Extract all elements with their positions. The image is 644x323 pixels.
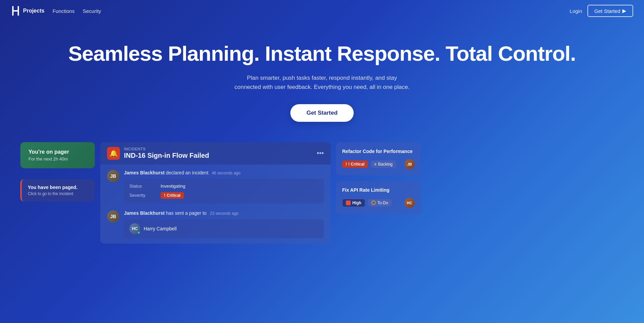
pager-status-card[interactable]: You're on pager For the next 2h 40m — [20, 142, 95, 168]
right-card-1-badges: ! ! Critical ≡ Backlog JB — [342, 159, 415, 169]
severity-badge: ! Critical — [161, 192, 318, 199]
right-card-1-avatar: JB — [404, 159, 415, 169]
login-button[interactable]: Login — [570, 8, 582, 14]
recipient-card: HC Harry Campbell — [124, 219, 324, 238]
logo[interactable]: Projects — [11, 6, 44, 16]
nav-right: Login Get Started ▶ — [570, 5, 633, 17]
timeline-content-1: James Blackhurst declared an incident 46… — [124, 170, 324, 204]
high-badge: High — [342, 199, 365, 207]
nav-get-started-button[interactable]: Get Started ▶ — [587, 5, 633, 17]
nav-link-functions[interactable]: Functions — [53, 8, 75, 14]
backlog-icon: ≡ — [374, 162, 376, 167]
james-avatar-2: JB — [107, 210, 119, 223]
incident-alert-icon: 🔔 — [107, 147, 120, 160]
pager-card-title: You're on pager — [28, 149, 87, 155]
online-indicator — [137, 231, 140, 234]
nav-links: Functions Security — [53, 8, 569, 14]
left-column: You're on pager For the next 2h 40m You … — [20, 142, 95, 202]
timeline-item-2: JB James Blackhurst has sent a pager to … — [107, 210, 324, 238]
incident-card-body: JB James Blackhurst declared an incident… — [100, 165, 331, 244]
right-card-2-title: Fix API Rate Limiting — [342, 187, 415, 193]
right-card-1-title: Refactor Code for Performance — [342, 148, 415, 154]
notification-card-subtitle: Click to go to the incident — [28, 191, 89, 196]
notification-card-title: You have been paged. — [28, 185, 89, 190]
right-card-2-badges: High To-Do HC — [342, 198, 415, 208]
svg-rect-1 — [18, 6, 19, 16]
timeline-text-2: James Blackhurst has sent a pager to 23 … — [124, 210, 324, 216]
logo-icon — [11, 6, 20, 16]
hero-subtitle: Plan smarter, push tasks faster, respond… — [234, 73, 410, 92]
actor-name-2: James Blackhurst — [124, 210, 165, 216]
recipient-avatar: HC — [129, 223, 140, 234]
incident-title: IND-16 Sign-in Flow Failed — [124, 152, 209, 159]
more-options-button[interactable]: ••• — [317, 149, 324, 157]
right-card-1[interactable]: Refactor Code for Performance ! ! Critic… — [336, 142, 421, 175]
james-avatar-1: JB — [107, 170, 119, 182]
todo-circle-icon — [371, 201, 376, 205]
svg-rect-0 — [12, 6, 14, 16]
timeline-content-2: James Blackhurst has sent a pager to 23 … — [124, 210, 324, 238]
navigation: Projects Functions Security Login Get St… — [0, 0, 644, 22]
severity-label: Severity — [129, 193, 157, 198]
exclamation-icon-sm: ! — [346, 162, 347, 167]
action-text-1: declared an incident — [166, 170, 210, 175]
right-card-2[interactable]: Fix API Rate Limiting High To-Do HC — [336, 181, 421, 214]
incident-label: Incidents — [124, 147, 209, 151]
backlog-badge: ≡ Backlog — [371, 160, 396, 168]
brand-label: Projects — [23, 8, 44, 14]
hero-section: Seamless Planning. Instant Response. Tot… — [0, 22, 644, 139]
critical-badge: ! Critical — [161, 192, 184, 199]
incident-card: 🔔 Incidents IND-16 Sign-in Flow Failed •… — [100, 142, 331, 244]
timeline-time-2: 23 seconds ago — [210, 211, 239, 216]
timeline-time-1: 46 seconds ago — [212, 171, 241, 175]
bar-chart-icon — [346, 201, 351, 205]
timeline-text-1: James Blackhurst declared an incident 46… — [124, 170, 324, 175]
right-column: Refactor Code for Performance ! ! Critic… — [336, 142, 421, 214]
actor-name-1: James Blackhurst — [124, 170, 165, 175]
hero-title: Seamless Planning. Instant Response. Tot… — [7, 42, 637, 65]
right-card-2-avatar: HC — [404, 198, 415, 208]
status-label: Status — [129, 184, 157, 189]
incident-status-box: Status Investigating Severity ! Critical — [124, 179, 324, 204]
get-started-arrow-icon: ▶ — [622, 8, 626, 14]
get-started-label: Get Started — [594, 8, 620, 14]
hero-cta-button[interactable]: Get Started — [290, 104, 354, 122]
pager-card-subtitle: For the next 2h 40m — [28, 156, 87, 162]
exclamation-icon: ! — [164, 193, 165, 198]
todo-badge: To-Do — [368, 199, 392, 207]
incident-title-group: Incidents IND-16 Sign-in Flow Failed — [124, 147, 209, 159]
nav-link-security[interactable]: Security — [83, 8, 101, 14]
incident-header-left: 🔔 Incidents IND-16 Sign-in Flow Failed — [107, 147, 209, 160]
notification-card[interactable]: You have been paged. Click to go to the … — [20, 179, 95, 202]
status-value: Investigating — [161, 184, 318, 189]
svg-rect-2 — [14, 10, 18, 12]
action-text-2: has sent a pager to — [166, 210, 208, 216]
timeline-item-1: JB James Blackhurst declared an incident… — [107, 170, 324, 204]
critical-badge-sm: ! ! Critical — [342, 160, 368, 168]
cards-section: You're on pager For the next 2h 40m You … — [0, 142, 644, 244]
incident-card-header: 🔔 Incidents IND-16 Sign-in Flow Failed •… — [100, 142, 331, 165]
recipient-name: Harry Campbell — [144, 226, 176, 231]
